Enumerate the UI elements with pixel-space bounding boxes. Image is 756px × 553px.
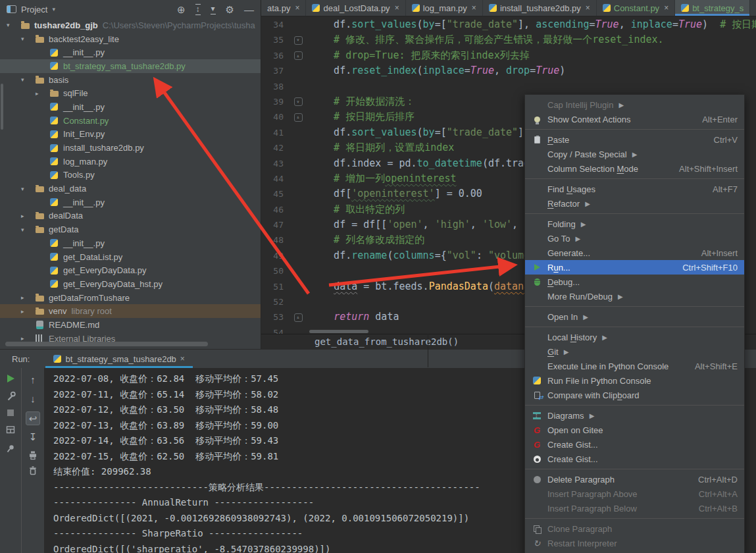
editor-tab[interactable]: bt_strategy_s × <box>675 0 750 16</box>
fold-marker-icon[interactable]: ▵ <box>286 48 310 63</box>
menu-item[interactable]: Folding ▶ <box>525 217 744 231</box>
tree-chevron-icon[interactable]: ▸ <box>21 294 34 301</box>
menu-item[interactable]: Run... Ctrl+Shift+F10 ▶ <box>525 260 744 275</box>
fold-marker-icon[interactable]: ▵ <box>286 109 310 124</box>
close-icon[interactable]: × <box>180 354 185 363</box>
tree-item[interactable]: ▸ dealData <box>0 209 261 223</box>
tree-chevron-icon[interactable]: ▾ <box>7 22 20 28</box>
tree-item[interactable]: bt_strategy_sma_tushare2db.py <box>0 59 261 73</box>
tree-item[interactable]: ▸ getDataFromTushare <box>0 291 261 305</box>
menu-item[interactable]: ▶ <box>525 466 744 472</box>
tree-chevron-icon[interactable]: ▾ <box>21 226 34 233</box>
tree-chevron-icon[interactable]: ▸ <box>21 308 34 315</box>
tree-chevron-icon[interactable]: ▸ <box>36 90 49 97</box>
collapse-all-icon[interactable]: ▾ <box>211 4 216 14</box>
menu-item[interactable]: ▶ <box>525 402 744 408</box>
horizontal-scrollbar[interactable] <box>5 342 208 346</box>
menu-item[interactable]: Cap Intellij Plugin ▶ <box>525 97 744 112</box>
code-line[interactable]: 36▵ # drop=True: 把原来的索引index列去掉 <box>261 48 756 63</box>
code-line[interactable]: 35▿ # 修改、排序、聚合操作后，可能会产生错误，最好做一个reset_ind… <box>261 32 756 47</box>
pin-icon[interactable] <box>5 444 16 454</box>
hide-panel-icon[interactable]: — <box>244 5 254 14</box>
edit-configuration-icon[interactable] <box>6 391 16 401</box>
editor-tab[interactable]: Constant.py × <box>597 0 675 16</box>
chevron-down-icon[interactable]: ▾ <box>52 6 55 13</box>
menu-item[interactable]: Insert Paragraph Above Ctrl+Alt+A ▶ <box>525 487 744 501</box>
tree-item[interactable]: ▾ getData <box>0 223 261 236</box>
tree-item[interactable]: __init__.py <box>0 196 261 209</box>
menu-item[interactable]: Create Gist... ▶ <box>525 452 744 466</box>
close-icon[interactable]: × <box>295 3 299 13</box>
tree-item[interactable]: ▾ deal_data <box>0 182 261 196</box>
menu-item[interactable]: More Run/Debug ▶ <box>525 289 744 303</box>
editor-tab[interactable]: ata.py × <box>261 0 306 16</box>
tree-item[interactable]: ▾ backtest2easy_lite <box>0 32 261 46</box>
menu-item[interactable]: Paste Ctrl+V ▶ <box>525 132 744 147</box>
menu-item[interactable]: Debug... ▶ <box>525 275 744 289</box>
menu-item[interactable]: Open In ▶ <box>525 309 744 324</box>
close-icon[interactable]: × <box>586 3 590 13</box>
menu-item[interactable]: Local History ▶ <box>525 330 744 344</box>
clear-all-icon[interactable] <box>28 465 38 476</box>
tree-item[interactable]: ▸ sqlFile <box>0 86 261 100</box>
code-line[interactable]: 38 <box>261 79 756 94</box>
tree-item[interactable]: README.md <box>0 318 261 332</box>
menu-item[interactable]: Copy / Paste Special ▶ <box>525 147 744 161</box>
tree-item[interactable]: __init__.py <box>0 236 261 250</box>
menu-item[interactable]: Run File in Python Console ▶ <box>525 373 744 388</box>
tree-item[interactable]: Constant.py <box>0 114 261 128</box>
tree-item[interactable]: ▾ basis <box>0 73 261 87</box>
tree-item[interactable]: log_man.py <box>0 155 261 169</box>
menu-item[interactable]: ▶ <box>525 126 744 132</box>
run-tab[interactable]: bt_strategy_sma_tushare2db × <box>45 350 192 368</box>
close-icon[interactable]: × <box>395 3 399 13</box>
settings-icon[interactable]: ⚙ <box>226 5 234 14</box>
editor-tab[interactable]: install_tushare2db.py × <box>483 0 597 16</box>
editor-tab[interactable]: log_man.py × <box>406 0 483 16</box>
vertical-scrollbar[interactable] <box>1 84 3 130</box>
menu-item[interactable]: Compare with Clipboard ▶ <box>525 388 744 402</box>
fold-marker-icon[interactable]: ▿ <box>286 32 310 47</box>
tree-item[interactable]: ▸ venv library root <box>0 304 261 318</box>
project-panel-title[interactable]: Project <box>21 5 47 14</box>
menu-item[interactable]: ▶ <box>525 324 744 330</box>
scroll-to-end-icon[interactable]: ↧ <box>26 431 40 444</box>
code-line[interactable]: 37 df.reset_index(inplace=True, drop=Tru… <box>261 63 756 78</box>
tree-item[interactable]: Init_Env.py <box>0 128 261 142</box>
menu-item[interactable]: Refactor ▶ <box>525 196 744 211</box>
editor-horizontal-scrollbar[interactable] <box>309 330 368 333</box>
tree-chevron-icon[interactable]: ▸ <box>21 335 34 342</box>
navigate-down-icon[interactable]: ↓ <box>26 392 40 406</box>
soft-wrap-icon[interactable]: ↩ <box>26 411 40 425</box>
stop-icon[interactable] <box>7 409 14 416</box>
tree-item[interactable]: ▾ tushare2db_gjb C:\Users\Steven\Pycharm… <box>0 18 261 32</box>
tree-chevron-icon[interactable]: ▾ <box>21 76 34 83</box>
restore-layout-icon[interactable] <box>5 425 16 435</box>
editor-tab[interactable]: deal_LostData.py × <box>306 0 405 16</box>
tree-item[interactable]: get_EveryDayData.py <box>0 263 261 277</box>
fold-marker-icon[interactable]: ▿ <box>286 94 310 109</box>
tree-item[interactable]: Tools.py <box>0 169 261 182</box>
close-icon[interactable]: × <box>472 3 476 13</box>
menu-item[interactable]: Find Usages Alt+F7 ▶ <box>525 182 744 196</box>
tree-chevron-icon[interactable]: ▾ <box>21 36 34 42</box>
tree-item[interactable]: __init__.py <box>0 45 261 59</box>
tree-chevron-icon[interactable]: ▾ <box>21 186 34 192</box>
navigate-up-icon[interactable]: ↑ <box>26 373 40 387</box>
close-icon[interactable]: × <box>664 3 668 13</box>
menu-item[interactable]: Execute Line in Python Console Alt+Shift… <box>525 359 744 373</box>
rerun-icon[interactable] <box>7 375 14 382</box>
menu-item[interactable]: Diagrams ▶ <box>525 408 744 423</box>
code-line[interactable]: 34 df.sort_values(by=["trade_date"], asc… <box>261 17 756 32</box>
tree-item[interactable]: __init__.py <box>0 100 261 114</box>
menu-item[interactable]: ▶ <box>525 211 744 217</box>
menu-item[interactable]: Clone Paragraph ▶ <box>525 521 744 536</box>
tree-chevron-icon[interactable]: ▸ <box>21 213 34 219</box>
expand-all-icon[interactable]: ↕ <box>195 4 201 15</box>
menu-item[interactable]: Create Gist... ▶ <box>525 437 744 452</box>
locate-icon[interactable]: ⊕ <box>177 5 186 14</box>
tree-item[interactable]: get_EveryDayData_hst.py <box>0 277 261 291</box>
print-icon[interactable] <box>28 450 38 460</box>
menu-item[interactable]: Restart Interpreter ▶ <box>525 536 744 550</box>
menu-item[interactable]: Git ▶ <box>525 344 744 359</box>
